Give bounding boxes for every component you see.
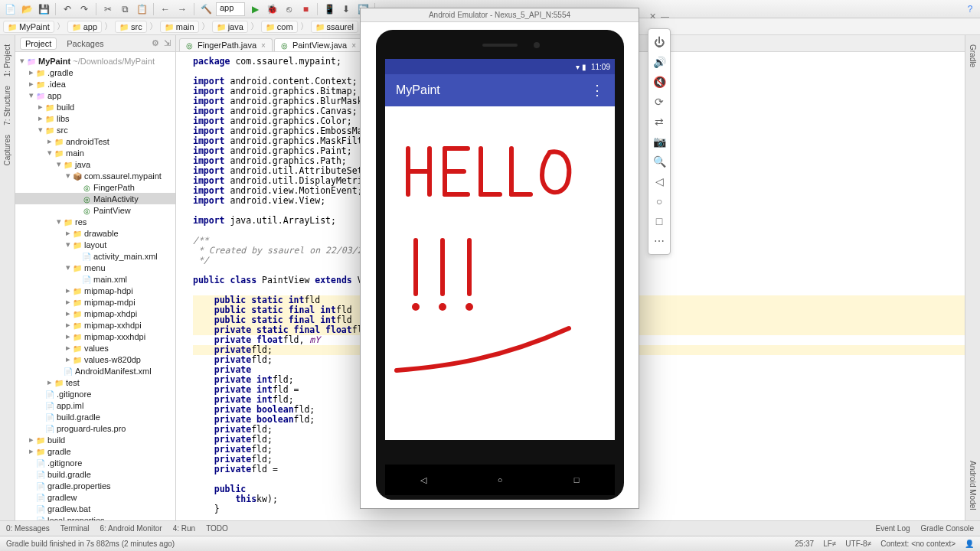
emulator-side-button[interactable]: ⇄ — [650, 112, 668, 132]
tree-item[interactable]: ▸build — [15, 101, 175, 112]
tree-item[interactable]: ▸gradle — [15, 445, 175, 457]
tree-item[interactable]: ▸values-w820dp — [15, 354, 175, 365]
device-screen[interactable]: ▾ ▮ 11:09 MyPaint ⋮ — [385, 59, 615, 440]
tool-tab-gradle[interactable]: Gradle — [967, 40, 978, 72]
emulator-side-button[interactable]: 📷 — [650, 132, 668, 152]
tool-tab-android-model[interactable]: Android Model — [967, 456, 978, 514]
minimize-icon[interactable]: — — [661, 11, 669, 21]
tree-item[interactable]: ▸mipmap-xhdpi — [15, 308, 175, 319]
bottom-tab-messages[interactable]: 0: Messages — [6, 524, 50, 533]
tree-item[interactable]: activity_main.xml — [15, 250, 175, 262]
breadcrumb-item[interactable]: java — [212, 21, 248, 33]
breadcrumb-item[interactable]: app — [67, 21, 102, 33]
paint-canvas[interactable] — [385, 106, 615, 440]
tree-item[interactable]: ▸values — [15, 342, 175, 354]
tree-item[interactable]: ▾res — [15, 216, 175, 227]
run-icon[interactable]: ▶ — [248, 2, 262, 16]
tree-item[interactable]: local.properties — [15, 514, 175, 520]
debug-icon[interactable]: 🐞 — [265, 2, 279, 16]
emulator-side-button[interactable]: 🔇 — [650, 72, 668, 92]
file-encoding[interactable]: UTF-8≠ — [845, 540, 871, 548]
tree-item[interactable]: ▸test — [15, 377, 175, 388]
avd-icon[interactable]: 📱 — [322, 2, 336, 16]
bottom-tab-terminal[interactable]: Terminal — [60, 524, 90, 533]
nav-home-icon[interactable]: ○ — [492, 472, 508, 487]
project-tree[interactable]: ▾MyPaint ~/Downloads/MyPaint▸.gradle▸.id… — [15, 52, 175, 520]
emulator-side-button[interactable]: ○ — [650, 191, 668, 211]
tree-item[interactable]: ▸libs — [15, 112, 175, 124]
nav-recent-icon[interactable]: □ — [569, 472, 584, 487]
tree-item[interactable]: app.iml — [15, 399, 175, 411]
android-emulator-window[interactable]: Android Emulator - Nexus_5_API_N:5554 ✕—… — [360, 8, 639, 509]
tree-item[interactable]: ▾menu — [15, 262, 175, 273]
close-icon[interactable]: ✕ — [649, 11, 656, 21]
editor-tab[interactable]: FingerPath.java× — [179, 38, 273, 51]
context-label[interactable]: Context: <no context> — [880, 540, 956, 548]
bottom-tab-android-monitor[interactable]: 6: Android Monitor — [100, 524, 162, 533]
tree-item[interactable]: ▸androidTest — [15, 135, 175, 147]
bottom-tab-event-log[interactable]: Event Log — [875, 524, 910, 533]
undo-icon[interactable]: ↶ — [60, 2, 74, 16]
tree-item[interactable]: ▸mipmap-xxhdpi — [15, 319, 175, 331]
tree-item[interactable]: ▾com.ssaurel.mypaint — [15, 170, 175, 181]
tree-item[interactable]: ▸drawable — [15, 227, 175, 239]
bottom-tab-gradle-console[interactable]: Gradle Console — [921, 524, 974, 533]
bottom-tab-todo[interactable]: TODO — [206, 524, 228, 533]
collapse-icon[interactable]: ⇲ — [164, 38, 171, 48]
tree-item[interactable]: AndroidManifest.xml — [15, 365, 175, 377]
new-file-icon[interactable]: 📄 — [3, 2, 17, 16]
breadcrumb-item[interactable]: com — [261, 21, 298, 33]
emulator-side-button[interactable]: □ — [650, 211, 668, 231]
tree-item[interactable]: MainActivity — [15, 193, 175, 204]
breadcrumb-item[interactable]: ssaurel — [311, 21, 358, 33]
tree-item[interactable]: proguard-rules.pro — [15, 422, 175, 434]
emulator-side-button[interactable]: ⟳ — [650, 92, 668, 112]
back-icon[interactable]: ← — [158, 2, 172, 16]
emulator-side-button[interactable]: ⏻ — [650, 32, 668, 52]
tree-item[interactable]: ▾src — [15, 124, 175, 135]
close-icon[interactable]: × — [351, 41, 356, 50]
tree-item[interactable]: build.gradle — [15, 468, 175, 480]
tree-item[interactable]: ▾java — [15, 158, 175, 170]
tool-tab-structure[interactable]: 7: Structure — [2, 81, 13, 130]
hector-icon[interactable]: 👤 — [965, 540, 974, 548]
tree-item[interactable]: ▸.idea — [15, 78, 175, 90]
tree-item[interactable]: FingerPath — [15, 181, 175, 193]
emulator-side-button[interactable]: 🔊 — [650, 52, 668, 72]
tree-item[interactable]: gradlew.bat — [15, 503, 175, 514]
paste-icon[interactable]: 📋 — [135, 2, 149, 16]
stop-icon[interactable]: ■ — [299, 2, 312, 16]
caret-position[interactable]: 25:37 — [795, 540, 814, 548]
tree-item[interactable]: ▾app — [15, 90, 175, 101]
copy-icon[interactable]: ⧉ — [118, 2, 132, 16]
attach-icon[interactable]: ⎋ — [282, 2, 296, 16]
tree-item[interactable]: ▸.gradle — [15, 67, 175, 78]
emulator-side-button[interactable]: ◁ — [650, 171, 668, 191]
tool-tab-project[interactable]: 1: Project — [2, 40, 13, 81]
emulator-side-button[interactable]: 🔍 — [650, 152, 668, 171]
tree-item[interactable]: main.xml — [15, 273, 175, 285]
build-icon[interactable]: 🔨 — [199, 2, 213, 16]
tree-item[interactable]: ▸mipmap-hdpi — [15, 285, 175, 296]
tool-tab-captures[interactable]: Captures — [2, 130, 13, 171]
tree-item[interactable]: ▸build — [15, 434, 175, 445]
breadcrumb-item[interactable]: src — [115, 21, 147, 33]
redo-icon[interactable]: ↷ — [77, 2, 91, 16]
sdk-icon[interactable]: ⬇ — [339, 2, 353, 16]
tree-item[interactable]: gradlew — [15, 491, 175, 503]
breadcrumb-item[interactable]: main — [160, 21, 199, 33]
tree-item[interactable]: .gitignore — [15, 388, 175, 399]
tree-root[interactable]: ▾MyPaint ~/Downloads/MyPaint — [15, 55, 175, 67]
overflow-menu-icon[interactable]: ⋮ — [590, 82, 604, 99]
tree-item[interactable]: ▸mipmap-mdpi — [15, 296, 175, 308]
open-icon[interactable]: 📂 — [20, 2, 34, 16]
save-icon[interactable]: 💾 — [37, 2, 51, 16]
help-icon[interactable]: ? — [963, 2, 977, 16]
breadcrumb-item[interactable]: MyPaint — [3, 21, 54, 33]
gear-icon[interactable]: ⚙ — [152, 38, 159, 48]
tree-item[interactable]: .gitignore — [15, 457, 175, 468]
tree-item[interactable]: PaintView — [15, 204, 175, 216]
emulator-side-button[interactable]: ⋯ — [650, 231, 668, 251]
line-separator[interactable]: LF≠ — [823, 540, 836, 548]
tree-item[interactable]: ▸mipmap-xxxhdpi — [15, 331, 175, 342]
